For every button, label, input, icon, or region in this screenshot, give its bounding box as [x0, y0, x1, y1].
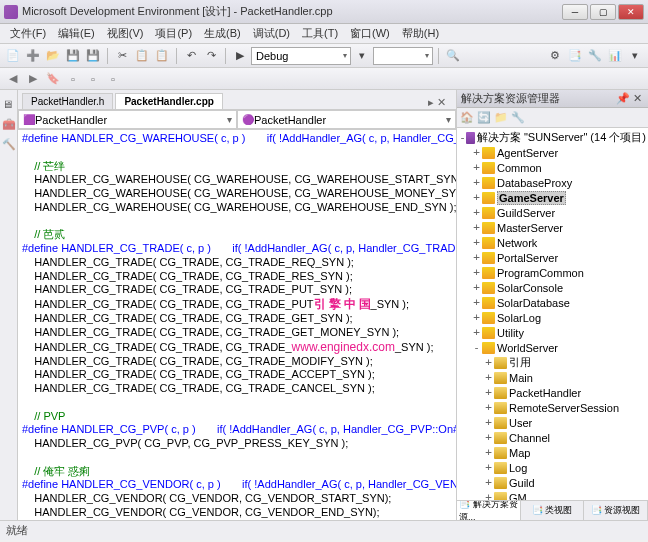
minimize-button[interactable]: ─ [562, 4, 588, 20]
pt-home-icon[interactable]: 🏠 [459, 110, 475, 126]
paste-icon[interactable]: 📋 [153, 47, 171, 65]
panel-tabs: 📑 解决方案资源...📑 类视图📑 资源视图 [457, 500, 648, 520]
strip3-icon[interactable]: 🔨 [2, 138, 16, 152]
menu-item[interactable]: 窗口(W) [344, 24, 396, 43]
nav-fwd-icon[interactable]: ▶ [24, 70, 42, 88]
add-item-icon[interactable]: ➕ [24, 47, 42, 65]
tree-node[interactable]: +Network [459, 235, 646, 250]
tree-node[interactable]: +GM [459, 490, 646, 500]
panel-tab[interactable]: 📑 资源视图 [584, 501, 648, 520]
tree-node[interactable]: +PacketHandler [459, 385, 646, 400]
t3-icon[interactable]: ▫ [84, 70, 102, 88]
open-icon[interactable]: 📂 [44, 47, 62, 65]
panel-close-icon[interactable]: ✕ [630, 92, 644, 105]
toolbox-tab-icon[interactable]: 🧰 [2, 118, 16, 132]
tree-node[interactable]: +引用 [459, 355, 646, 370]
config-combo[interactable]: Debug [251, 47, 351, 65]
solution-explorer: 解决方案资源管理器 📌 ✕ 🏠 🔄 📁 🔧 -解决方案 "SUNServer" … [456, 90, 648, 520]
menu-item[interactable]: 项目(P) [149, 24, 198, 43]
menu-item[interactable]: 生成(B) [198, 24, 247, 43]
new-project-icon[interactable]: 📄 [4, 47, 22, 65]
tree-node[interactable]: -WorldServer [459, 340, 646, 355]
cut-icon[interactable]: ✂ [113, 47, 131, 65]
menu-item[interactable]: 调试(D) [247, 24, 296, 43]
tree-node[interactable]: +AgentServer [459, 145, 646, 160]
nav-back-icon[interactable]: ◀ [4, 70, 22, 88]
scope-combo[interactable]: 🟪 PacketHandler [18, 110, 237, 129]
properties-icon[interactable]: 📑 [566, 47, 584, 65]
bookmark-icon[interactable]: 🔖 [44, 70, 62, 88]
status-bar: 就绪 [0, 520, 648, 540]
tree-node[interactable]: +SolarDatabase [459, 295, 646, 310]
tree-node[interactable]: +User [459, 415, 646, 430]
tree-node[interactable]: +DatabaseProxy [459, 175, 646, 190]
panel-toolbar: 🏠 🔄 📁 🔧 [457, 108, 648, 128]
menu-item[interactable]: 视图(V) [101, 24, 150, 43]
pt-showall-icon[interactable]: 📁 [493, 110, 509, 126]
dropdown-icon[interactable]: ▾ [353, 47, 371, 65]
file-tabs: PacketHandler.h PacketHandler.cpp ▸ ✕ [18, 90, 456, 110]
secondary-toolbar: ◀ ▶ 🔖 ▫ ▫ ▫ [0, 68, 648, 90]
status-text: 就绪 [6, 523, 28, 538]
solution-tree[interactable]: -解决方案 "SUNServer" (14 个项目)+AgentServer+C… [457, 128, 648, 500]
server-explorer-icon[interactable]: 🖥 [2, 98, 16, 112]
panel-pin-icon[interactable]: 📌 [616, 92, 630, 105]
tree-node[interactable]: +Main [459, 370, 646, 385]
redo-icon[interactable]: ↷ [202, 47, 220, 65]
maximize-button[interactable]: ▢ [590, 4, 616, 20]
tree-node[interactable]: +Utility [459, 325, 646, 340]
platform-combo[interactable] [373, 47, 433, 65]
title-bar: Microsoft Development Environment [设计] -… [0, 0, 648, 24]
tree-node[interactable]: +GameServer [459, 190, 646, 205]
tree-node[interactable]: +SolarConsole [459, 280, 646, 295]
tab-chevron-icon[interactable]: ▸ ✕ [422, 96, 452, 109]
tree-node[interactable]: +Common [459, 160, 646, 175]
panel-header: 解决方案资源管理器 📌 ✕ [457, 90, 648, 108]
tree-node[interactable]: +Channel [459, 430, 646, 445]
save-all-icon[interactable]: 💾 [84, 47, 102, 65]
find-icon[interactable]: 🔍 [444, 47, 462, 65]
menu-item[interactable]: 工具(T) [296, 24, 344, 43]
start-icon[interactable]: ▶ [231, 47, 249, 65]
left-dock-strip: 🖥 🧰 🔨 [0, 90, 18, 520]
file-tab-inactive[interactable]: PacketHandler.h [22, 93, 113, 109]
toolbox-icon[interactable]: ⚙ [546, 47, 564, 65]
editor-area: PacketHandler.h PacketHandler.cpp ▸ ✕ 🟪 … [18, 90, 456, 520]
close-button[interactable]: ✕ [618, 4, 644, 20]
t4-icon[interactable]: ▫ [104, 70, 122, 88]
pt-props-icon[interactable]: 🔧 [510, 110, 526, 126]
undo-icon[interactable]: ↶ [182, 47, 200, 65]
tool3-icon[interactable]: 🔧 [586, 47, 604, 65]
code-nav-bar: 🟪 PacketHandler 🟣 PacketHandler [18, 110, 456, 130]
tree-node[interactable]: +MasterServer [459, 220, 646, 235]
code-editor[interactable]: #define HANDLER_CG_WAREHOUSE( c, p ) if(… [18, 130, 456, 520]
panel-tab[interactable]: 📑 类视图 [521, 501, 585, 520]
main-toolbar: 📄 ➕ 📂 💾 💾 ✂ 📋 📋 ↶ ↷ ▶ Debug ▾ 🔍 ⚙ 📑 🔧 📊 … [0, 44, 648, 68]
window-title: Microsoft Development Environment [设计] -… [22, 4, 560, 19]
menu-item[interactable]: 编辑(E) [52, 24, 101, 43]
tree-node[interactable]: +GuildServer [459, 205, 646, 220]
panel-tab[interactable]: 📑 解决方案资源... [457, 501, 521, 520]
menu-item[interactable]: 文件(F) [4, 24, 52, 43]
vs-icon [4, 5, 18, 19]
save-icon[interactable]: 💾 [64, 47, 82, 65]
t2-icon[interactable]: ▫ [64, 70, 82, 88]
tree-node[interactable]: +ProgramCommon [459, 265, 646, 280]
tree-node[interactable]: +Guild [459, 475, 646, 490]
tree-node[interactable]: +Log [459, 460, 646, 475]
copy-icon[interactable]: 📋 [133, 47, 151, 65]
menu-item[interactable]: 帮助(H) [396, 24, 445, 43]
tree-node[interactable]: +RemoteServerSession [459, 400, 646, 415]
file-tab-active[interactable]: PacketHandler.cpp [115, 93, 222, 109]
member-combo[interactable]: 🟣 PacketHandler [237, 110, 456, 129]
pt-refresh-icon[interactable]: 🔄 [476, 110, 492, 126]
tree-node[interactable]: +PortalServer [459, 250, 646, 265]
tool5-icon[interactable]: ▾ [626, 47, 644, 65]
tree-node[interactable]: +SolarLog [459, 310, 646, 325]
tool4-icon[interactable]: 📊 [606, 47, 624, 65]
tree-node[interactable]: +Map [459, 445, 646, 460]
tree-node[interactable]: -解决方案 "SUNServer" (14 个项目) [459, 130, 646, 145]
menu-bar: 文件(F)编辑(E)视图(V)项目(P)生成(B)调试(D)工具(T)窗口(W)… [0, 24, 648, 44]
